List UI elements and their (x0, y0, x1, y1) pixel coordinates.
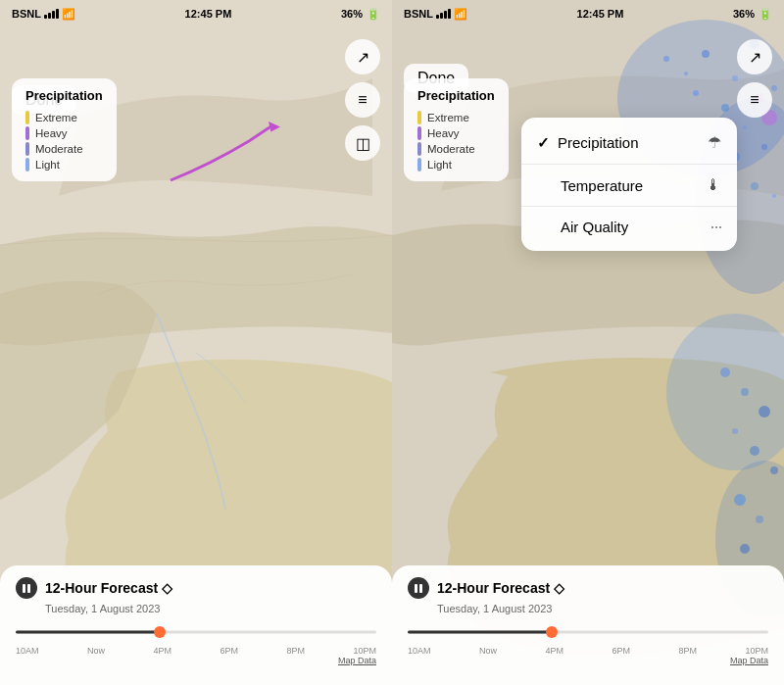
status-bar: BSNL 📶 12:45 PM 36% 🔋 (0, 0, 392, 27)
svg-point-27 (770, 466, 778, 474)
right-time-4pm: 4PM (545, 646, 564, 656)
precip-moderate: Moderate (25, 142, 103, 156)
right-list-button[interactable]: ≡ (737, 82, 772, 118)
dropdown-air-quality[interactable]: Air Quality ⋯ (521, 207, 737, 247)
battery-icon: 🔋 (367, 8, 380, 21)
right-precipitation-legend: Precipitation Extreme Heavy Moderate Lig… (404, 78, 509, 181)
right-status-left: BSNL 📶 (404, 8, 467, 21)
right-extreme-bar (417, 111, 421, 124)
right-timeline-progress (408, 631, 552, 634)
status-right: 36% 🔋 (341, 8, 380, 21)
dropdown-temperature[interactable]: Temperature 🌡 (521, 165, 737, 207)
right-timeline-thumb[interactable] (546, 626, 558, 638)
precipitation-items: Extreme Heavy Moderate Light (25, 111, 103, 171)
list-icon: ≡ (358, 91, 367, 109)
light-label: Light (35, 159, 60, 171)
checkmark-icon: ✓ (537, 134, 550, 152)
time-8pm: 8PM (286, 646, 305, 656)
pause-icon (23, 584, 30, 593)
right-time-10am: 10AM (408, 646, 431, 656)
svg-point-19 (772, 194, 776, 198)
dropdown-temp-left: Temperature (537, 177, 643, 194)
svg-point-29 (756, 515, 763, 523)
dropdown-temp-label: Temperature (561, 177, 643, 194)
forecast-header: 12-Hour Forecast ◇ (16, 577, 376, 599)
air-quality-icon: ⋯ (710, 220, 721, 234)
moderate-label: Moderate (35, 143, 83, 155)
right-pause-button[interactable] (408, 577, 429, 599)
forecast-subtitle: Tuesday, 1 August 2023 (45, 603, 376, 614)
right-location-icon: ↗ (749, 48, 761, 67)
right-location-button[interactable]: ↗ (737, 39, 772, 74)
right-forecast-bar: 12-Hour Forecast ◇ Tuesday, 1 August 202… (392, 565, 784, 685)
layers-icon: ◫ (356, 134, 370, 153)
right-forecast-subtitle: Tuesday, 1 August 2023 (437, 603, 768, 614)
right-battery-text: 36% (733, 8, 755, 20)
thermometer-icon: 🌡 (706, 176, 721, 194)
right-precipitation-title: Precipitation (417, 88, 495, 103)
right-moderate-label: Moderate (427, 143, 475, 155)
time-6pm: 6PM (220, 646, 238, 656)
right-precipitation-items: Extreme Heavy Moderate Light (417, 111, 495, 171)
right-status-bar: BSNL 📶 12:45 PM 36% 🔋 (392, 0, 784, 27)
carrier-text: BSNL (12, 8, 41, 20)
svg-point-28 (734, 494, 746, 506)
moderate-bar (25, 142, 29, 156)
svg-point-25 (732, 428, 738, 434)
svg-point-30 (740, 544, 750, 554)
location-icon: ↗ (357, 48, 369, 67)
right-extreme-label: Extreme (427, 112, 469, 123)
dropdown-precipitation[interactable]: ✓ Precipitation ☂ (521, 122, 737, 165)
right-precip-light: Light (417, 158, 495, 171)
right-wifi-icon: 📶 (454, 8, 467, 21)
right-precip-extreme: Extreme (417, 111, 495, 124)
svg-point-24 (759, 406, 770, 417)
svg-marker-2 (269, 122, 280, 131)
right-timeline[interactable] (408, 622, 768, 642)
forecast-bar: 12-Hour Forecast ◇ Tuesday, 1 August 202… (0, 565, 392, 685)
precipitation-legend: Precipitation Extreme Heavy Moderate Lig… (12, 78, 117, 181)
list-button[interactable]: ≡ (345, 82, 380, 118)
heavy-bar (25, 126, 29, 140)
right-time-6pm: 6PM (612, 646, 630, 656)
right-map-data-link[interactable]: Map Data (408, 656, 768, 665)
right-time-10pm: 10PM (745, 646, 768, 656)
timeline-labels: 10AM Now 4PM 6PM 8PM 10PM (16, 646, 376, 656)
right-pause-icon (415, 584, 422, 593)
wifi-icon: 📶 (62, 8, 75, 21)
signal-icon (44, 9, 59, 19)
status-left: BSNL 📶 (12, 8, 75, 21)
battery-text: 36% (341, 8, 363, 20)
right-moderate-bar (417, 142, 421, 156)
right-panel: BSNL 📶 12:45 PM 36% 🔋 Done ↗ ≡ (392, 0, 784, 685)
map-data-link[interactable]: Map Data (16, 656, 376, 665)
annotation-arrow (137, 118, 314, 196)
right-carrier: BSNL (404, 8, 433, 20)
time-now: Now (87, 646, 105, 656)
umbrella-icon: ☂ (708, 133, 721, 152)
time-10pm: 10PM (353, 646, 376, 656)
right-heavy-bar (417, 126, 421, 140)
extreme-bar (25, 111, 29, 124)
layer-dropdown-menu: ✓ Precipitation ☂ Temperature 🌡 Air Qual… (521, 118, 737, 251)
right-list-icon: ≡ (750, 91, 759, 109)
left-panel: BSNL 📶 12:45 PM 36% 🔋 Done ↗ ≡ ◫ (0, 0, 392, 685)
time-display: 12:45 PM (185, 8, 232, 20)
timeline-thumb[interactable] (154, 626, 166, 638)
right-status-right: 36% 🔋 (733, 8, 772, 21)
right-battery-icon: 🔋 (759, 8, 772, 21)
right-precip-heavy: Heavy (417, 126, 495, 140)
svg-point-15 (743, 125, 747, 129)
layers-button[interactable]: ◫ (345, 125, 380, 161)
timeline[interactable] (16, 622, 376, 642)
heavy-label: Heavy (35, 127, 68, 139)
pause-button[interactable] (16, 577, 37, 599)
right-top-right-icons: ↗ ≡ (737, 39, 772, 118)
forecast-title: 12-Hour Forecast ◇ (45, 580, 172, 596)
location-button[interactable]: ↗ (345, 39, 380, 74)
dropdown-precip-left: ✓ Precipitation (537, 134, 639, 152)
svg-point-16 (761, 144, 767, 150)
precip-light: Light (25, 158, 103, 171)
dropdown-air-left: Air Quality (537, 219, 628, 235)
svg-point-26 (750, 446, 760, 456)
